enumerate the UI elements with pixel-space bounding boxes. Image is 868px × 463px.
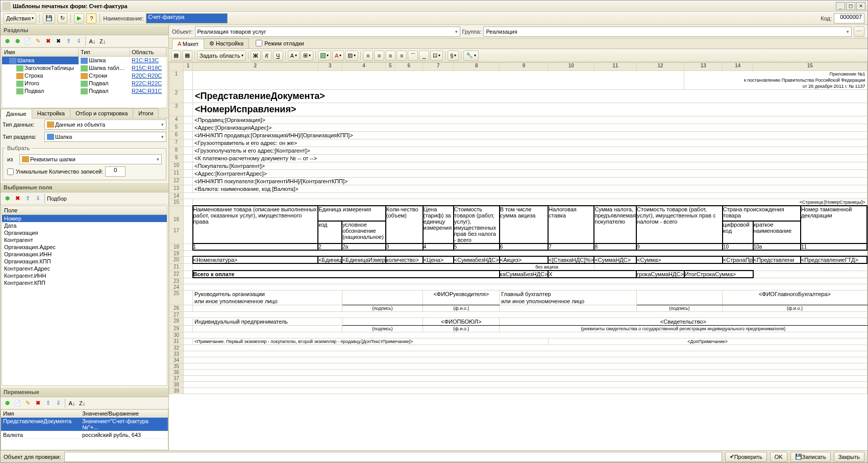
edit-icon[interactable]: ✎ — [33, 37, 42, 46]
underline-icon[interactable]: Ч — [273, 51, 283, 61]
status-bar: Объект для проверки: ✔ Проверить OK 💾 За… — [1, 450, 867, 462]
align-left-icon[interactable]: ≡ — [363, 51, 373, 61]
align-justify-icon[interactable]: ≡ — [396, 51, 407, 61]
fill-color-icon[interactable] — [318, 51, 331, 61]
list-item[interactable]: Организация — [2, 229, 167, 236]
align-right-icon[interactable]: ≡ — [385, 51, 395, 61]
valign-mid-icon[interactable]: ⎯ — [419, 51, 429, 61]
tab-layout-settings[interactable]: ⚙ Настройка — [204, 38, 249, 48]
sort-az-icon[interactable]: A↓ — [88, 37, 97, 46]
data-type-combo[interactable]: Данные из объекта — [44, 119, 166, 130]
bold-icon[interactable]: Ж — [251, 51, 261, 61]
maximize-button[interactable]: □ — [846, 2, 855, 10]
italic-icon[interactable]: К — [262, 51, 272, 61]
var-dn-icon[interactable]: ⇩ — [54, 399, 63, 408]
tools-icon[interactable]: 🔧 — [463, 51, 479, 61]
section-type-label: Тип раздела: — [3, 134, 42, 140]
list-item[interactable]: Контрагент.ИНН — [2, 272, 167, 279]
debug-checkbox[interactable] — [256, 40, 262, 46]
tab-data[interactable]: Данные — [1, 109, 32, 118]
list-item[interactable]: Организация.КПП — [2, 258, 167, 265]
delete-icon[interactable]: ✖ — [43, 37, 53, 46]
font-icon[interactable]: A — [288, 51, 300, 61]
list-item[interactable]: Дата — [2, 222, 167, 229]
var-sort-za-icon[interactable]: Z↓ — [78, 399, 87, 408]
tab-filter[interactable]: Отбор и сортировка — [70, 108, 133, 118]
tab-totals[interactable]: Итоги — [133, 108, 159, 118]
add-child-icon[interactable]: ⊕ — [13, 37, 22, 46]
var-del-icon[interactable]: ✖ — [33, 399, 42, 408]
minimize-button[interactable]: _ — [836, 2, 845, 10]
name-input[interactable]: Счет-фактура — [146, 13, 228, 23]
delete2-icon[interactable]: ✖ — [54, 37, 63, 46]
check-input[interactable] — [64, 452, 722, 462]
actions-menu[interactable]: Действия — [4, 13, 36, 23]
tab-settings[interactable]: Настройка — [32, 108, 70, 118]
group-combo[interactable]: Реализация — [483, 27, 852, 37]
name-label: Наименование: — [103, 15, 143, 21]
list-item[interactable]: Организация.Адрес — [2, 243, 167, 251]
tree-row[interactable]: ЗаголовокТаблицыШапка таблицыR15С:R18С — [2, 64, 167, 72]
from-combo[interactable]: Реквизиты шапки — [19, 154, 162, 164]
close-button[interactable]: × — [856, 2, 865, 10]
tree-row[interactable]: ПодвалПодвалR24С:R31С — [2, 87, 167, 95]
ok-button[interactable]: OK — [770, 452, 787, 462]
fields-list[interactable]: Поле НомерДатаОрганизацияКонтрагентОрган… — [2, 206, 167, 386]
save-icon[interactable]: 💾 — [43, 13, 55, 23]
field-up-icon[interactable]: ⇧ — [23, 194, 32, 203]
var-edit-icon[interactable]: ✎ — [23, 399, 32, 408]
align-center-icon[interactable]: ≡ — [374, 51, 384, 61]
pattern-icon[interactable]: ▨ — [345, 51, 358, 61]
check-button[interactable]: ✔ Проверить — [725, 452, 767, 462]
save-button[interactable]: 💾 Записать — [790, 452, 831, 462]
border-icon[interactable]: ⊞ — [301, 51, 313, 61]
sections-header: Разделы — [1, 25, 168, 35]
help-icon[interactable]: ? — [86, 13, 96, 23]
move-down-icon[interactable]: ⇩ — [74, 37, 83, 46]
more-icon[interactable]: ⋯ — [854, 27, 864, 37]
field-col-header: Поле — [2, 206, 167, 215]
var-sort-az-icon[interactable]: A↓ — [67, 399, 77, 408]
list-item[interactable]: Номер — [2, 215, 167, 222]
check-label: Объект для проверки: — [4, 454, 61, 460]
var-row[interactable]: Валютароссийский рубль, 643 — [1, 431, 168, 439]
section-type-combo[interactable]: Шапка — [44, 132, 166, 142]
sort-za-icon[interactable]: Z↓ — [98, 37, 107, 46]
valign-top-icon[interactable]: ⎴ — [408, 51, 418, 61]
unique-checkbox[interactable] — [7, 168, 14, 175]
go-icon[interactable]: ▶ — [74, 13, 84, 23]
reread-icon[interactable]: ↻ — [57, 13, 67, 23]
object-combo[interactable]: Реализация товаров услуг — [195, 27, 460, 37]
spreadsheet[interactable]: 123456789101112131415 1Приложение №1к по… — [169, 62, 867, 450]
count-input[interactable]: 0 — [105, 166, 126, 177]
sections-tree[interactable]: Имя Тип Область ШапкаШапкаR1С:R13СЗаголо… — [2, 47, 167, 108]
tree-row[interactable]: ИтогоПодвалR22С:R22С — [2, 80, 167, 87]
grid2-icon[interactable]: ▦ — [182, 51, 192, 61]
tree-row[interactable]: ШапкаШапкаR1С:R13С — [2, 57, 167, 64]
tab-layout[interactable]: A Макет — [172, 39, 204, 49]
field-dn-icon[interactable]: ⇩ — [33, 194, 42, 203]
copy-icon[interactable]: 📄 — [23, 37, 32, 46]
var-up-icon[interactable]: ⇧ — [43, 399, 53, 408]
set-area-button[interactable]: Задать область — [197, 51, 246, 61]
code-input[interactable]: 0000007 — [834, 13, 864, 23]
var-row[interactable]: ПредставлениеДокументаЗначение="Счет-фак… — [1, 418, 168, 431]
var-copy-icon[interactable]: 📄 — [13, 399, 22, 408]
var-add-icon[interactable]: ⊕ — [3, 399, 12, 408]
grid-icon[interactable]: ▦ — [171, 51, 181, 61]
format-icon[interactable]: § — [448, 51, 459, 61]
list-item[interactable]: Контрагент — [2, 236, 167, 243]
close-button-bottom[interactable]: Закрыть — [834, 452, 864, 462]
list-item[interactable]: Контрагент.КПП — [2, 279, 167, 286]
field-del-icon[interactable]: ✖ — [13, 194, 22, 203]
vars-grid[interactable]: Имя Значение/Выражение ПредставлениеДоку… — [1, 409, 168, 450]
field-add-icon[interactable]: ⊕ — [3, 194, 12, 203]
move-up-icon[interactable]: ⇧ — [64, 37, 73, 46]
list-item[interactable]: Организация.ИНН — [2, 251, 167, 258]
tree-row[interactable]: СтрокаСтрокиR20С:R20С — [2, 72, 167, 80]
merge-icon[interactable]: ⊡ — [430, 51, 443, 61]
list-item[interactable]: Контрагент.Адрес — [2, 265, 167, 272]
text-color-icon[interactable]: A — [332, 51, 344, 61]
pick-button[interactable]: Подбор — [47, 196, 67, 202]
add-icon[interactable]: ⊕ — [3, 37, 12, 46]
